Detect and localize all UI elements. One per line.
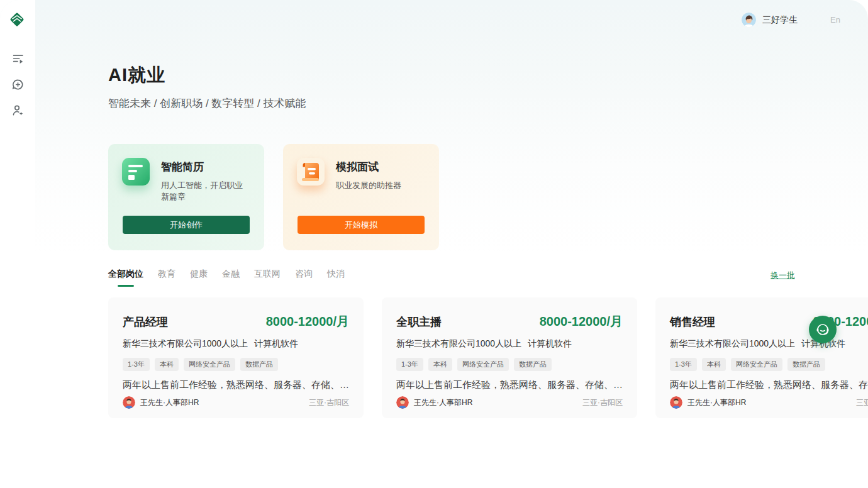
feature-cards: 智能简历 用人工智能，开启职业新篇章 开始创作 xyxy=(108,144,795,250)
job-tag: 本科 xyxy=(428,358,452,371)
job-list: 产品经理 8000-12000/月 新华三技术有限公司1000人以上 计算机软件… xyxy=(108,297,795,418)
refresh-batch-link[interactable]: 换一批 xyxy=(771,269,795,281)
scroll-icon xyxy=(297,158,325,186)
sidebar xyxy=(0,0,35,488)
job-card[interactable]: 销售经理 8000-12000/月 新华三技术有限公司1000人以上 计算机软件… xyxy=(655,297,868,418)
job-tags: 1-3年 本科 网络安全产品 数据产品 xyxy=(670,358,868,371)
h3c-logo-icon xyxy=(9,11,25,28)
job-tags: 1-3年 本科 网络安全产品 数据产品 xyxy=(123,358,349,371)
customer-service-button[interactable] xyxy=(809,316,837,343)
start-create-button[interactable]: 开始创作 xyxy=(123,216,250,234)
job-location: 三亚·吉阳区 xyxy=(582,397,623,408)
job-card[interactable]: 全职主播 8000-12000/月 新华三技术有限公司1000人以上 计算机软件… xyxy=(382,297,637,418)
job-salary: 8000-12000/月 xyxy=(266,313,349,330)
job-title: 销售经理 xyxy=(670,314,715,330)
job-tag: 网络安全产品 xyxy=(731,358,782,371)
job-tag: 本科 xyxy=(702,358,726,371)
playlist-icon[interactable] xyxy=(11,52,25,65)
tab-health[interactable]: 健康 xyxy=(190,269,208,287)
job-industry: 计算机软件 xyxy=(254,338,298,350)
hr-name: 王先生·人事部HR xyxy=(140,397,199,408)
job-tag: 数据产品 xyxy=(240,358,278,371)
mock-interview-card: 模拟面试 职业发展的助推器 开始模拟 xyxy=(283,144,439,250)
job-location: 三亚·吉阳区 xyxy=(856,397,868,408)
resume-icon xyxy=(122,158,150,186)
message-add-icon[interactable] xyxy=(11,77,25,91)
job-company: 新华三技术有限公司1000人以上 xyxy=(123,338,248,350)
job-tag: 本科 xyxy=(155,358,179,371)
job-salary: 8000-12000/月 xyxy=(540,313,623,330)
job-card[interactable]: 产品经理 8000-12000/月 新华三技术有限公司1000人以上 计算机软件… xyxy=(108,297,364,418)
job-tag: 网络安全产品 xyxy=(184,358,235,371)
hr-avatar xyxy=(123,396,135,409)
job-title: 产品经理 xyxy=(123,314,168,330)
job-tag: 数据产品 xyxy=(514,358,552,371)
job-tags: 1-3年 本科 网络安全产品 数据产品 xyxy=(396,358,623,371)
feature-title: 模拟面试 xyxy=(336,160,401,174)
job-description: 两年以上售前工作经验，熟悉网络、服务器、存储、… xyxy=(123,379,349,391)
start-mock-button[interactable]: 开始模拟 xyxy=(298,216,425,234)
tab-all-jobs[interactable]: 全部岗位 xyxy=(108,269,143,287)
headset-icon xyxy=(815,321,831,338)
tab-consulting[interactable]: 咨询 xyxy=(295,269,313,287)
category-tabs: 全部岗位 教育 健康 金融 互联网 咨询 快消 xyxy=(108,269,345,287)
smart-resume-card: 智能简历 用人工智能，开启职业新篇章 开始创作 xyxy=(108,144,264,250)
job-tag: 数据产品 xyxy=(787,358,825,371)
job-tag: 1-3年 xyxy=(670,358,697,371)
job-title: 全职主播 xyxy=(396,314,442,330)
feature-subtitle: 用人工智能，开启职业新篇章 xyxy=(161,180,250,202)
tab-finance[interactable]: 金融 xyxy=(222,269,240,287)
job-description: 两年以上售前工作经验，熟悉网络、服务器、存储、… xyxy=(670,379,868,391)
job-location: 三亚·吉阳区 xyxy=(309,397,349,408)
hr-name: 王先生·人事部HR xyxy=(687,397,746,408)
hr-avatar xyxy=(670,396,682,409)
job-tag: 网络安全产品 xyxy=(457,358,509,371)
hr-name: 王先生·人事部HR xyxy=(414,397,472,408)
page-title: AI就业 xyxy=(108,63,795,88)
tab-education[interactable]: 教育 xyxy=(158,269,175,287)
job-tag: 1-3年 xyxy=(396,358,423,371)
app-window: 三好学生 En AI就业 智能未来 / 创新职场 / 数字转型 / 技术赋能 xyxy=(0,0,868,488)
person-star-icon[interactable] xyxy=(11,103,25,117)
job-description: 两年以上售前工作经验，熟悉网络、服务器、存储、… xyxy=(396,379,623,391)
job-company: 新华三技术有限公司1000人以上 xyxy=(396,338,521,350)
tab-internet[interactable]: 互联网 xyxy=(254,269,281,287)
tab-fmcg[interactable]: 快消 xyxy=(327,269,345,287)
main-content: AI就业 智能未来 / 创新职场 / 数字转型 / 技术赋能 xyxy=(108,0,795,418)
hr-avatar xyxy=(396,396,409,409)
page-subtitle: 智能未来 / 创新职场 / 数字转型 / 技术赋能 xyxy=(108,96,795,111)
job-company: 新华三技术有限公司1000人以上 xyxy=(670,338,795,350)
job-industry: 计算机软件 xyxy=(528,338,572,350)
feature-subtitle: 职业发展的助推器 xyxy=(336,180,401,191)
job-tag: 1-3年 xyxy=(123,358,150,371)
feature-title: 智能简历 xyxy=(161,160,250,174)
category-tabs-row: 全部岗位 教育 健康 金融 互联网 咨询 快消 换一批 xyxy=(108,269,795,287)
language-toggle[interactable]: En xyxy=(830,15,840,25)
